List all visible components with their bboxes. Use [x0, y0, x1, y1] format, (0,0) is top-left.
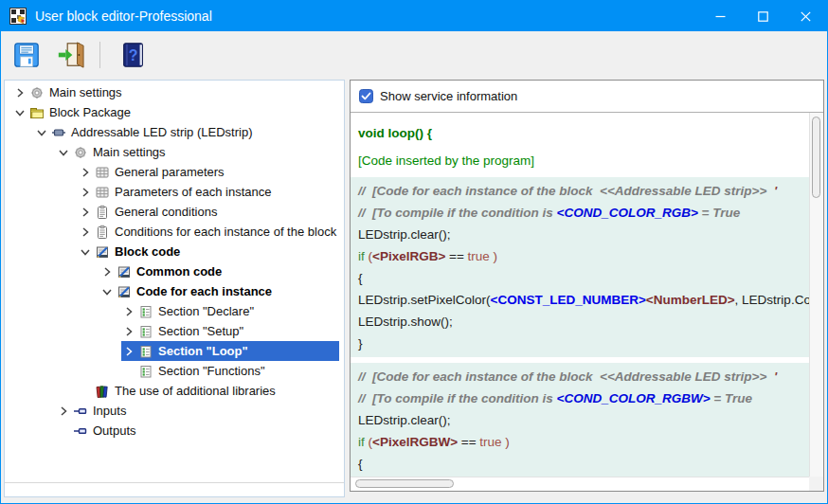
tree-item-inputs[interactable]: Inputs	[5, 401, 344, 421]
instance-code-block: // [Code for each instance of the block …	[351, 363, 809, 477]
chevron-placeholder	[78, 384, 93, 399]
exit-door-icon	[56, 41, 84, 69]
pin-icon	[73, 404, 88, 419]
tree-item-label: Inputs	[93, 404, 134, 418]
gear-icon	[29, 85, 45, 100]
tree-item-label: Addressable LED strip (LEDstrip)	[71, 125, 260, 139]
minimize-button[interactable]	[699, 1, 742, 31]
chevron-right-icon[interactable]	[121, 324, 136, 339]
books-icon	[95, 384, 110, 399]
maximize-icon	[758, 11, 768, 22]
chevron-down-icon[interactable]	[56, 145, 71, 160]
tree-item-outputs[interactable]: Outputs	[5, 421, 344, 441]
chevron-down-icon[interactable]	[34, 125, 49, 140]
pin-icon	[73, 423, 88, 439]
code-line: // [To compile if the condition is <COND…	[358, 202, 809, 224]
tree-item-main-settings[interactable]: Main settings	[5, 82, 344, 102]
grid-icon	[95, 165, 110, 180]
code-line: // [To compile if the condition is <COND…	[358, 387, 809, 409]
tree-item-label: General conditions	[115, 205, 225, 219]
code-block: void loop() {	[351, 122, 809, 144]
tree-item-code-for-each-instance[interactable]: Code for each instance	[5, 281, 344, 301]
tree-item-the-use-of-additional-libraries[interactable]: The use of additional libraries	[5, 381, 344, 401]
code-block: [Code inserted by the program]	[351, 150, 809, 171]
tree-item-label: The use of additional libraries	[115, 384, 283, 398]
vertical-scrollbar-thumb[interactable]	[812, 117, 820, 198]
toolbar: ?	[1, 31, 827, 78]
maximize-button[interactable]	[742, 1, 784, 31]
tree-item-label: Main settings	[93, 145, 173, 159]
tree-item-label: Block Package	[49, 105, 138, 119]
chevron-down-icon[interactable]	[12, 105, 27, 120]
toolbar-separator	[99, 42, 100, 68]
code-line: // [Code for each instance of the block …	[358, 180, 809, 202]
tree-item-general-parameters[interactable]: General parameters	[5, 162, 344, 182]
tree-item-block-code[interactable]: Block code	[5, 242, 344, 261]
chevron-placeholder	[56, 423, 71, 439]
minimize-icon	[715, 11, 726, 22]
help-button[interactable]: ?	[116, 37, 152, 73]
chevron-right-icon[interactable]	[99, 264, 115, 279]
tree-item-label: Conditions for each instance of the bloc…	[115, 225, 344, 239]
listfile-icon	[138, 344, 153, 359]
close-button[interactable]	[784, 1, 827, 31]
listfile-icon	[138, 324, 153, 339]
code-line: void loop() {	[358, 122, 809, 144]
code-line: if (<PixelRGBW> == true )	[358, 431, 809, 453]
tree-item-common-code[interactable]: Common code	[5, 261, 344, 281]
clipboard-icon	[95, 225, 110, 240]
tree-item-block-package[interactable]: Block Package	[5, 102, 344, 122]
tree-horizontal-scrollbar[interactable]	[5, 482, 344, 496]
tree-item-main-settings[interactable]: Main settings	[5, 142, 344, 162]
listfile-icon	[138, 304, 153, 319]
window-title: User block editor-Professional	[35, 9, 699, 24]
codefile-icon	[117, 264, 132, 279]
tree-panel: Main settingsBlock PackageAddressable LE…	[4, 80, 345, 497]
code-line: LEDstrip.clear();	[358, 224, 809, 245]
tree-item-label: Block code	[115, 244, 188, 259]
chevron-right-icon[interactable]	[78, 205, 93, 220]
chevron-right-icon[interactable]	[121, 304, 136, 319]
tree-item-label: General parameters	[115, 165, 232, 179]
save-button[interactable]	[9, 37, 45, 73]
chevron-right-icon[interactable]	[78, 165, 93, 180]
tree-item-section-loop[interactable]: Section "Loop"	[5, 341, 344, 361]
tree-item-parameters-of-each-instance[interactable]: Parameters of each instance	[5, 182, 344, 202]
app-logo-icon	[9, 8, 27, 25]
codefile-icon	[117, 284, 132, 299]
chevron-right-icon[interactable]	[56, 404, 71, 419]
chevron-down-icon[interactable]	[78, 244, 93, 260]
tree-item-section-functions[interactable]: Section "Functions"	[5, 361, 344, 381]
code-line: {	[358, 453, 809, 475]
chevron-down-icon[interactable]	[99, 284, 115, 299]
folder-icon	[29, 105, 45, 120]
tree-item-section-setup[interactable]: Section "Setup"	[5, 321, 344, 341]
tree-item-conditions-for-each-instance-of-the-block[interactable]: Conditions for each instance of the bloc…	[5, 222, 344, 242]
chevron-right-icon[interactable]	[121, 344, 136, 359]
tree-item-label: Common code	[136, 264, 229, 279]
tree-item-label: Parameters of each instance	[115, 185, 279, 199]
chevron-right-icon[interactable]	[78, 185, 93, 200]
code-line: LEDstrip.show();	[358, 311, 809, 333]
tree-item-general-conditions[interactable]: General conditions	[5, 202, 344, 222]
tree-item-addressable-led-strip-ledstrip[interactable]: Addressable LED strip (LEDstrip)	[5, 122, 344, 142]
tree-item-label: Section "Loop"	[158, 344, 256, 358]
block-tree[interactable]: Main settingsBlock PackageAddressable LE…	[5, 81, 344, 482]
show-service-checkbox[interactable]	[359, 89, 373, 103]
code-line: [Code inserted by the program]	[358, 150, 809, 171]
chip-icon	[51, 125, 66, 140]
vertical-scrollbar[interactable]	[809, 113, 823, 477]
chevron-right-icon[interactable]	[78, 225, 93, 240]
chevron-right-icon[interactable]	[12, 85, 27, 100]
svg-text:?: ?	[129, 47, 138, 63]
horizontal-scrollbar-thumb[interactable]	[355, 479, 454, 488]
tree-item-label: Outputs	[93, 423, 144, 438]
code-panel: Show service information void loop() {[C…	[350, 80, 824, 492]
tree-item-section-declare[interactable]: Section "Declare"	[5, 301, 344, 321]
horizontal-scrollbar[interactable]	[351, 477, 809, 491]
service-info-row: Show service information	[351, 81, 823, 112]
exit-button[interactable]	[52, 37, 88, 73]
help-book-icon: ?	[119, 41, 148, 69]
code-editor[interactable]: void loop() {[Code inserted by the progr…	[351, 112, 823, 491]
close-icon	[801, 11, 811, 22]
